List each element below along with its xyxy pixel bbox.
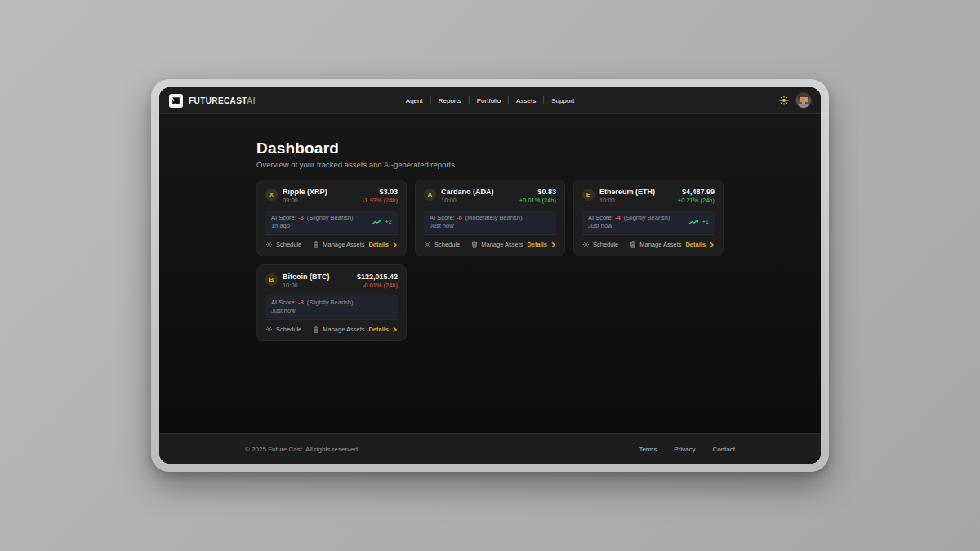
navbar-right <box>779 93 811 108</box>
gear-icon <box>265 326 273 333</box>
nav-item-reports[interactable]: Reports <box>431 97 469 104</box>
sun-icon[interactable] <box>779 96 789 105</box>
trash-icon <box>313 326 319 333</box>
ai-updated-ago: 1h ago <box>271 222 353 230</box>
asset-card-ethereum: E Ethereum (ETH) 10:00 $4,487.99 +0.21% … <box>573 180 724 256</box>
ai-score-box: AI Score: -4 (Slightly Bearish) Just now… <box>582 211 715 233</box>
trash-icon <box>313 241 319 248</box>
asset-cards-grid: X Ripple (XRP) 09:00 $3.03 -1.93% (24h) <box>256 180 724 341</box>
coin-price: $122,015.42 <box>357 273 398 282</box>
footer-links: Terms Privacy Contact <box>639 446 735 453</box>
schedule-button[interactable]: Schedule <box>265 326 301 333</box>
card-divider <box>582 234 715 235</box>
chevron-right-icon <box>392 242 398 248</box>
coin-change: +0.21% (24h) <box>678 197 715 204</box>
card-divider <box>265 319 398 320</box>
arrow-logo-icon <box>171 96 181 106</box>
details-button[interactable]: Details <box>685 241 715 248</box>
manage-assets-button[interactable]: Manage Assets <box>630 241 681 248</box>
manage-assets-button[interactable]: Manage Assets <box>313 241 364 248</box>
coin-icon: B <box>265 273 278 286</box>
asset-card-cardano: A Cardano (ADA) 10:00 $0.83 +0.01% (24h) <box>415 180 565 256</box>
brand-logo-icon <box>169 94 183 108</box>
page-title: Dashboard <box>256 140 724 158</box>
copyright-text: © 2025 Future Cast. All rights reserved. <box>245 446 359 453</box>
trending-up-icon <box>688 219 699 225</box>
trend-badge: +2 <box>372 218 392 225</box>
user-avatar[interactable] <box>796 93 811 108</box>
coin-name: Cardano (ADA) <box>441 188 494 197</box>
manage-assets-button[interactable]: Manage Assets <box>471 241 523 248</box>
app-window: FUTURECASTAI Agent Reports Portfolio Ass… <box>151 79 829 472</box>
coin-price: $0.83 <box>519 188 556 197</box>
trash-icon <box>630 241 636 248</box>
chevron-right-icon <box>550 242 556 248</box>
nav-item-assets[interactable]: Assets <box>509 97 543 104</box>
footer-link-privacy[interactable]: Privacy <box>674 446 695 453</box>
schedule-button[interactable]: Schedule <box>424 241 460 248</box>
trend-value: +1 <box>702 218 709 225</box>
ai-score-box: AI Score: -3 (Slightly Bearish) Just now <box>265 295 398 318</box>
chevron-right-icon <box>709 242 715 248</box>
trending-up-icon <box>372 219 382 225</box>
ai-score-value: -3 <box>298 214 304 221</box>
trend-badge: +1 <box>688 218 709 225</box>
coin-price: $4,487.99 <box>678 188 715 197</box>
ai-score-box: AI Score: -6 (Moderately Bearish) Just n… <box>424 211 556 233</box>
ai-score-box: AI Score: -3 (Slightly Bearish) 1h ago +… <box>265 211 398 233</box>
coin-name: Ethereum (ETH) <box>599 188 655 197</box>
ai-updated-ago: Just now <box>271 307 353 315</box>
coin-time: 09:00 <box>283 197 327 204</box>
footer-link-terms[interactable]: Terms <box>639 446 657 453</box>
gear-icon <box>265 241 273 248</box>
details-button[interactable]: Details <box>368 326 398 333</box>
ai-score-value: -4 <box>615 214 621 221</box>
trend-value: +2 <box>385 218 392 225</box>
main-content: Dashboard Overview of your tracked asset… <box>159 114 821 433</box>
top-navbar: FUTURECASTAI Agent Reports Portfolio Ass… <box>159 87 821 114</box>
coin-time: 10:00 <box>283 282 330 289</box>
asset-card-bitcoin: B Bitcoin (BTC) 10:00 $122,015.42 -0.01%… <box>256 264 407 341</box>
coin-icon: A <box>424 189 436 201</box>
brand-logo[interactable]: FUTURECASTAI <box>169 94 256 108</box>
card-divider <box>424 234 556 235</box>
ai-sentiment: (Slightly Bearish) <box>307 299 354 306</box>
coin-change: -0.01% (24h) <box>357 282 398 289</box>
nav-item-support[interactable]: Support <box>544 97 581 104</box>
manage-assets-button[interactable]: Manage Assets <box>313 326 364 333</box>
ai-sentiment: (Slightly Bearish) <box>307 214 354 221</box>
details-button[interactable]: Details <box>527 241 556 248</box>
coin-time: 10:00 <box>599 197 655 204</box>
ai-score-value: -6 <box>457 214 462 221</box>
coin-change: +0.01% (24h) <box>519 197 556 204</box>
coin-icon: E <box>582 189 595 201</box>
page-footer: © 2025 Future Cast. All rights reserved.… <box>159 433 821 464</box>
coin-time: 10:00 <box>441 197 494 204</box>
schedule-button[interactable]: Schedule <box>582 241 618 248</box>
ai-sentiment: (Moderately Bearish) <box>466 214 523 221</box>
coin-name: Bitcoin (BTC) <box>283 273 330 282</box>
schedule-button[interactable]: Schedule <box>265 241 301 248</box>
page-subtitle: Overview of your tracked assets and AI-g… <box>256 160 724 169</box>
gear-icon <box>424 241 431 248</box>
coin-name: Ripple (XRP) <box>283 188 327 197</box>
card-divider <box>265 234 398 235</box>
asset-card-ripple: X Ripple (XRP) 09:00 $3.03 -1.93% (24h) <box>256 180 407 256</box>
ai-sentiment: (Slightly Bearish) <box>624 214 670 221</box>
ai-score-value: -3 <box>298 299 304 306</box>
brand-name: FUTURECASTAI <box>189 96 256 105</box>
nav-item-portfolio[interactable]: Portfolio <box>470 97 508 104</box>
ai-updated-ago: Just now <box>588 222 670 230</box>
app-screen: FUTURECASTAI Agent Reports Portfolio Ass… <box>159 87 821 464</box>
details-button[interactable]: Details <box>368 241 398 248</box>
chevron-right-icon <box>392 327 398 333</box>
main-nav: Agent Reports Portfolio Assets Support <box>399 96 581 104</box>
coin-icon: X <box>265 189 278 201</box>
footer-link-contact[interactable]: Contact <box>712 446 735 453</box>
coin-change: -1.93% (24h) <box>363 197 398 204</box>
ai-updated-ago: Just now <box>430 222 522 230</box>
nav-item-agent[interactable]: Agent <box>399 97 430 104</box>
coin-price: $3.03 <box>363 188 398 197</box>
gear-icon <box>582 241 590 248</box>
trash-icon <box>471 241 478 248</box>
